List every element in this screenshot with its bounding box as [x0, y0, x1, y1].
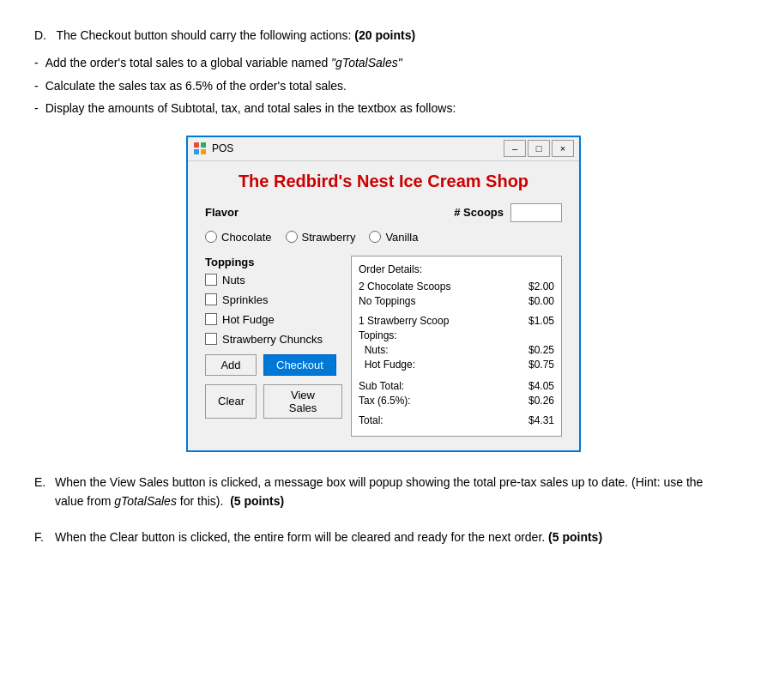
nuts-checkbox[interactable]: Nuts: [205, 274, 342, 287]
btn-row-1: Add Checkout: [205, 354, 342, 376]
nuts-checkbox-box: [205, 274, 217, 286]
chocolate-radio[interactable]: Chocolate: [205, 231, 272, 244]
strawberrychuncks-checkbox-box: [205, 333, 217, 345]
order-details-title: Order Details:: [359, 263, 554, 275]
order-line-subtotal: Sub Total: $4.05: [359, 380, 554, 392]
total-label: Total:: [359, 414, 520, 426]
order-line-straw-scoop: 1 Strawberry Scoop $1.05: [359, 315, 554, 327]
maximize-button[interactable]: □: [528, 140, 550, 157]
bullet-2: - Calculate the sales tax as 6.5% of the…: [34, 76, 733, 95]
checkout-button[interactable]: Checkout: [263, 354, 336, 376]
order-line-nuts: Nuts: $0.25: [359, 344, 554, 356]
scoops-input[interactable]: [510, 203, 562, 222]
vanilla-label: Vanilla: [385, 231, 418, 244]
strawberry-radio-circle: [286, 231, 298, 243]
order-line-choc-scoops: 2 Chocolate Scoops $2.00: [359, 281, 554, 293]
window-wrapper: POS – □ × The Redbird's Nest Ice Cream S…: [34, 136, 733, 452]
pos-window: POS – □ × The Redbird's Nest Ice Cream S…: [186, 136, 581, 452]
toppings-label: Toppings: [205, 256, 342, 269]
chocolate-radio-circle: [205, 231, 217, 243]
hotfudge-checkbox[interactable]: Hot Fudge: [205, 313, 342, 326]
gtotalsales-ref-e: gTotalSales: [114, 494, 177, 508]
total-value: $4.31: [520, 414, 554, 426]
nuts-label: Nuts: [222, 274, 245, 287]
flavor-row: Flavor # Scoops: [205, 203, 562, 222]
window-icon: [193, 142, 207, 155]
clear-button[interactable]: Clear: [205, 384, 257, 419]
tax-label: Tax (6.5%):: [359, 395, 520, 407]
add-button[interactable]: Add: [205, 354, 257, 376]
flavor-radio-row: Chocolate Strawberry Vanilla: [205, 231, 562, 244]
close-button[interactable]: ×: [552, 140, 574, 157]
view-sales-button[interactable]: View Sales: [263, 384, 342, 419]
svg-rect-2: [194, 149, 199, 154]
section-f: F. When the Clear button is clicked, the…: [34, 528, 733, 546]
order-line-hotfudge: Hot Fudge: $0.75: [359, 359, 554, 371]
left-panel: Toppings Nuts Sprinkles Hot Fudge: [205, 256, 342, 437]
sprinkles-label: Sprinkles: [222, 293, 268, 306]
hotfudge-label: Hot Fudge: [222, 313, 275, 326]
window-title: POS: [212, 142, 504, 154]
strawberrychuncks-label: Strawberry Chuncks: [222, 333, 323, 346]
section-d-points: (20 points): [354, 28, 415, 42]
bullet-1: - Add the order's total sales to a globa…: [34, 53, 733, 72]
section-d-label: D.: [34, 28, 53, 42]
vanilla-radio-circle: [369, 231, 381, 243]
section-f-points: (5 points): [548, 530, 602, 544]
strawberrychuncks-checkbox[interactable]: Strawberry Chuncks: [205, 333, 342, 346]
order-line-no-toppings: No Toppings $0.00: [359, 295, 554, 307]
svg-rect-1: [201, 142, 206, 148]
svg-rect-0: [194, 142, 199, 148]
subtotal-value: $4.05: [520, 380, 554, 392]
strawberry-radio[interactable]: Strawberry: [286, 231, 356, 244]
section-e-points: (5 points): [230, 494, 284, 508]
flavor-label: Flavor: [205, 206, 239, 219]
window-titlebar: POS – □ ×: [188, 137, 579, 161]
sprinkles-checkbox-box: [205, 293, 217, 305]
scoops-label: # Scoops: [454, 206, 504, 219]
order-line-tax: Tax (6.5%): $0.26: [359, 395, 554, 407]
section-d-text: The Checkout button should carry the fol…: [56, 28, 354, 42]
order-line-topings-header: Topings:: [359, 329, 554, 341]
order-line-total: Total: $4.31: [359, 414, 554, 426]
shop-title: The Redbird's Nest Ice Cream Shop: [205, 172, 562, 191]
order-details-box: Order Details: 2 Chocolate Scoops $2.00 …: [351, 256, 562, 437]
section-e: E. When the View Sales button is clicked…: [34, 473, 733, 511]
chocolate-label: Chocolate: [221, 231, 272, 244]
vanilla-radio[interactable]: Vanilla: [369, 231, 418, 244]
window-controls: – □ ×: [504, 140, 574, 157]
subtotal-label: Sub Total:: [359, 380, 520, 392]
minimize-button[interactable]: –: [504, 140, 526, 157]
main-content: Toppings Nuts Sprinkles Hot Fudge: [205, 256, 562, 437]
section-d: D. The Checkout button should carry the …: [34, 26, 733, 45]
bullet-3: - Display the amounts of Subtotal, tax, …: [34, 99, 733, 118]
btn-row-2: Clear View Sales: [205, 384, 342, 419]
svg-rect-3: [201, 149, 206, 154]
strawberry-label: Strawberry: [302, 231, 356, 244]
hotfudge-checkbox-box: [205, 313, 217, 325]
window-body: The Redbird's Nest Ice Cream Shop Flavor…: [188, 161, 579, 450]
sprinkles-checkbox[interactable]: Sprinkles: [205, 293, 342, 306]
tax-value: $0.26: [520, 395, 554, 407]
